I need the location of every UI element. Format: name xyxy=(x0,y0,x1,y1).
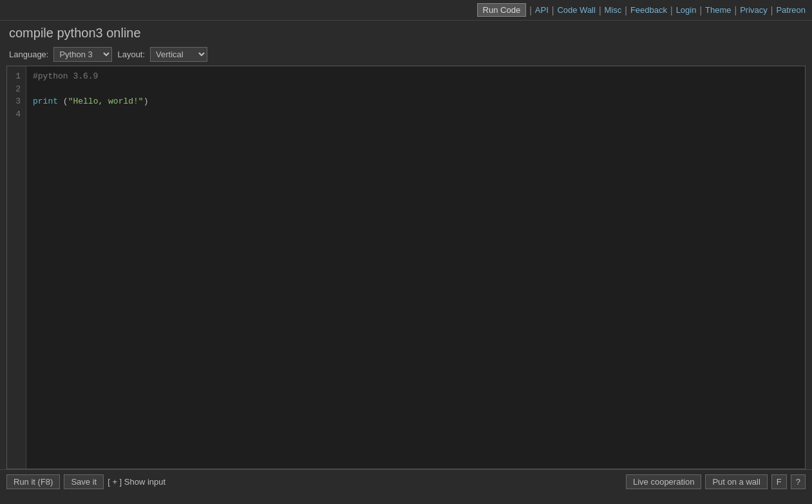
toolbar-right: Live cooperation Put on a wall F ? xyxy=(626,474,806,489)
patreon-link[interactable]: Patreon xyxy=(776,5,806,15)
nav-sep-5: | xyxy=(670,5,673,15)
nav-sep-7: | xyxy=(735,5,737,15)
code-paren-open: ( xyxy=(58,97,68,106)
line-number-2: 2 xyxy=(12,83,21,96)
code-editor[interactable]: #python 3.6.9 print ("Hello, world!") xyxy=(26,66,805,469)
theme-link[interactable]: Theme xyxy=(705,5,731,15)
language-label: Language: xyxy=(9,50,48,59)
nav-run-code-button[interactable]: Run Code xyxy=(477,3,527,17)
run-button[interactable]: Run it (F8) xyxy=(6,474,60,489)
editor-container: 1 2 3 4 #python 3.6.9 print ("Hello, wor… xyxy=(6,66,806,469)
login-link[interactable]: Login xyxy=(676,5,697,15)
nav-sep-8: | xyxy=(771,5,773,15)
show-input-link[interactable]: [ + ] Show input xyxy=(108,477,165,487)
f-button[interactable]: F xyxy=(771,474,787,489)
controls-row: Language: Python 3 Python 2 JavaScript C… xyxy=(0,43,812,66)
privacy-link[interactable]: Privacy xyxy=(740,5,768,15)
layout-select[interactable]: Vertical Horizontal xyxy=(150,47,207,62)
save-button[interactable]: Save it xyxy=(64,474,104,489)
feedback-link[interactable]: Feedback xyxy=(630,5,667,15)
nav-sep-1: | xyxy=(529,5,532,15)
code-string: "Hello, world!" xyxy=(68,97,144,106)
line-number-3: 3 xyxy=(12,95,21,108)
help-button[interactable]: ? xyxy=(791,474,806,489)
line-numbers: 1 2 3 4 xyxy=(7,66,26,469)
layout-label: Layout: xyxy=(117,50,145,59)
nav-sep-3: | xyxy=(599,5,601,15)
nav-sep-6: | xyxy=(699,5,702,15)
nav-sep-2: | xyxy=(552,5,554,15)
language-select[interactable]: Python 3 Python 2 JavaScript C C++ Java xyxy=(53,47,112,62)
toolbar-left: Run it (F8) Save it [ + ] Show input xyxy=(6,474,165,489)
line-number-1: 1 xyxy=(12,70,21,83)
code-wall-link[interactable]: Code Wall xyxy=(557,5,595,15)
code-keyword-print: print xyxy=(33,97,58,106)
code-paren-close: ) xyxy=(144,97,149,106)
top-nav: Run Code | API | Code Wall | Misc | Feed… xyxy=(0,0,812,21)
put-on-wall-button[interactable]: Put on a wall xyxy=(705,474,767,489)
live-cooperation-button[interactable]: Live cooperation xyxy=(626,474,701,489)
nav-sep-4: | xyxy=(625,5,627,15)
api-link[interactable]: API xyxy=(535,5,549,15)
bottom-toolbar: Run it (F8) Save it [ + ] Show input Liv… xyxy=(0,469,812,494)
line-number-4: 4 xyxy=(12,108,21,121)
page-title: compile python3 online xyxy=(0,21,812,43)
code-comment-line1: #python 3.6.9 xyxy=(33,71,98,81)
misc-link[interactable]: Misc xyxy=(605,5,622,15)
